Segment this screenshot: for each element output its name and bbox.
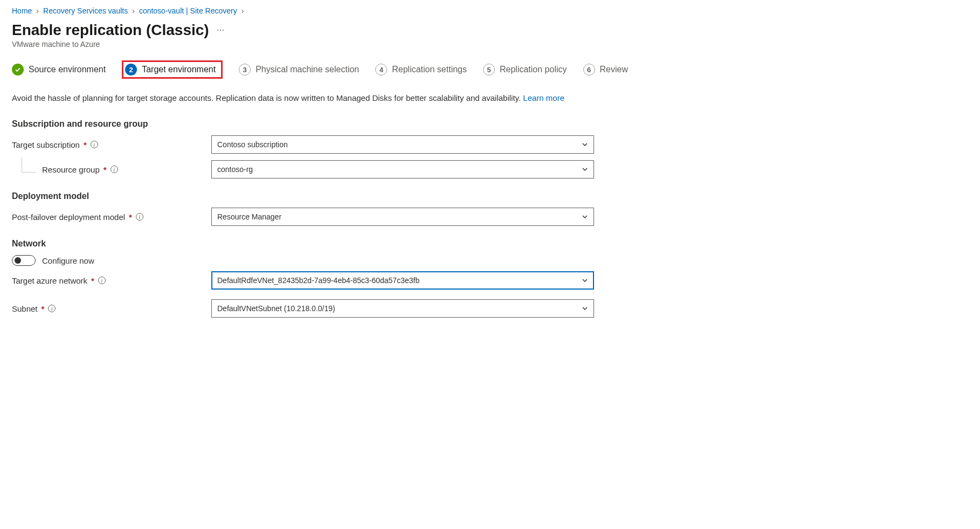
- learn-more-link[interactable]: Learn more: [523, 93, 564, 102]
- step-number-icon: 4: [375, 64, 387, 75]
- configure-now-label: Configure now: [42, 256, 94, 265]
- dropdown-value: DefaultRdfeVNet_82435b2d-7a99-4eb4-85c3-…: [217, 276, 419, 285]
- step-target-environment[interactable]: 2 Target environment: [125, 64, 216, 75]
- chevron-down-icon: [582, 277, 588, 284]
- target-subscription-dropdown[interactable]: Contoso subscription: [211, 135, 594, 154]
- section-heading-network: Network: [12, 239, 968, 249]
- deployment-model-label: Post-failover deployment model * i: [12, 212, 211, 222]
- step-source-environment[interactable]: Source environment: [12, 64, 106, 75]
- resource-group-dropdown[interactable]: contoso-rg: [211, 160, 594, 178]
- dropdown-value: DefaultVNetSubnet (10.218.0.0/19): [217, 304, 335, 313]
- step-target-environment-highlight: 2 Target environment: [122, 60, 223, 79]
- info-text: Avoid the hassle of planning for target …: [12, 92, 583, 104]
- step-number-icon: 6: [583, 64, 595, 75]
- chevron-down-icon: [582, 305, 588, 312]
- checkmark-icon: [12, 64, 24, 75]
- section-heading-subscription: Subscription and resource group: [12, 119, 968, 129]
- step-label: Target environment: [142, 65, 216, 74]
- info-icon[interactable]: i: [136, 213, 143, 221]
- info-text-body: Avoid the hassle of planning for target …: [12, 93, 523, 102]
- info-icon[interactable]: i: [111, 166, 118, 173]
- chevron-down-icon: [582, 166, 588, 173]
- wizard-steps: Source environment 2 Target environment …: [12, 60, 968, 79]
- required-asterisk: *: [91, 276, 94, 285]
- dropdown-value: Contoso subscription: [217, 140, 288, 149]
- step-replication-settings[interactable]: 4 Replication settings: [375, 64, 467, 75]
- step-label: Physical machine selection: [256, 65, 359, 74]
- toggle-knob: [15, 257, 21, 264]
- step-physical-machine-selection[interactable]: 3 Physical machine selection: [239, 64, 359, 75]
- required-asterisk: *: [103, 165, 107, 174]
- breadcrumb-recovery-vaults[interactable]: Recovery Services vaults: [43, 6, 128, 15]
- page-title: Enable replication (Classic): [12, 22, 209, 39]
- required-asterisk: *: [42, 304, 45, 313]
- required-asterisk: *: [129, 212, 132, 222]
- chevron-down-icon: [582, 141, 588, 148]
- info-icon[interactable]: i: [48, 305, 56, 312]
- chevron-right-icon: ›: [241, 6, 244, 15]
- required-asterisk: *: [84, 140, 87, 149]
- step-label: Review: [600, 65, 628, 74]
- breadcrumb: Home › Recovery Services vaults › contos…: [12, 6, 968, 15]
- section-heading-deployment: Deployment model: [12, 191, 968, 201]
- chevron-right-icon: ›: [36, 6, 39, 15]
- target-azure-network-dropdown[interactable]: DefaultRdfeVNet_82435b2d-7a99-4eb4-85c3-…: [211, 271, 594, 290]
- step-review[interactable]: 6 Review: [583, 64, 628, 75]
- breadcrumb-home[interactable]: Home: [12, 6, 32, 15]
- more-actions-button[interactable]: ⋯: [217, 26, 225, 35]
- info-icon[interactable]: i: [91, 141, 98, 148]
- step-replication-policy[interactable]: 5 Replication policy: [483, 64, 567, 75]
- chevron-right-icon: ›: [132, 6, 135, 15]
- resource-group-label: Resource group * i: [12, 165, 211, 174]
- tree-connector-icon: [22, 157, 36, 173]
- step-label: Source environment: [29, 65, 106, 74]
- breadcrumb-vault-site-recovery[interactable]: contoso-vault | Site Recovery: [139, 6, 237, 15]
- dropdown-value: contoso-rg: [217, 165, 253, 174]
- subnet-dropdown[interactable]: DefaultVNetSubnet (10.218.0.0/19): [211, 299, 594, 318]
- step-number-icon: 5: [483, 64, 495, 75]
- target-azure-network-label: Target azure network * i: [12, 276, 211, 285]
- dropdown-value: Resource Manager: [217, 212, 281, 221]
- configure-now-toggle[interactable]: [12, 255, 36, 266]
- step-label: Replication policy: [500, 65, 567, 74]
- page-subtitle: VMware machine to Azure: [12, 40, 968, 49]
- step-number-icon: 2: [125, 64, 137, 75]
- deployment-model-dropdown[interactable]: Resource Manager: [211, 208, 594, 226]
- step-number-icon: 3: [239, 64, 251, 75]
- target-subscription-label: Target subscription * i: [12, 140, 211, 149]
- chevron-down-icon: [582, 214, 588, 220]
- info-icon[interactable]: i: [98, 277, 106, 284]
- subnet-label: Subnet * i: [12, 304, 211, 313]
- step-label: Replication settings: [392, 65, 467, 74]
